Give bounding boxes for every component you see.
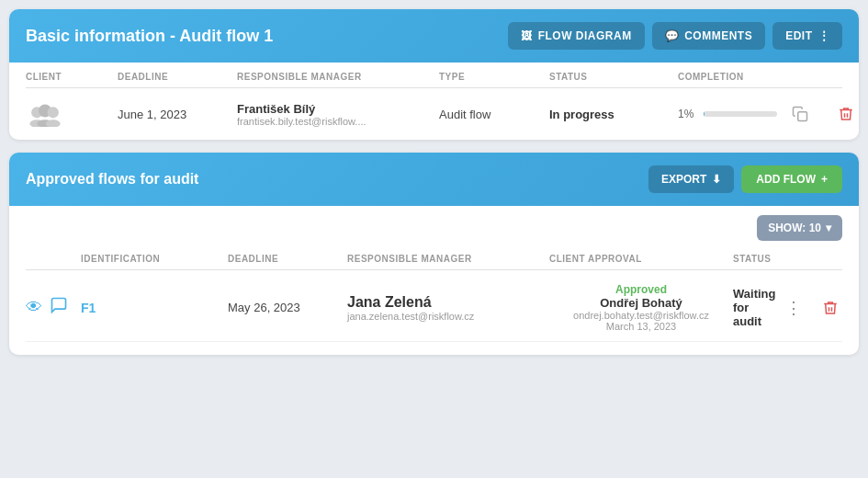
row-b-status: Waiting for audit [733,287,775,328]
table-row: June 1, 2023 František Bílý frantisek.bi… [26,88,842,140]
chat-icon[interactable] [50,296,68,319]
comments-icon: 💬 [665,29,680,42]
row-b-manager: Jana Zelená jana.zelena.test@riskflow.cz [347,294,549,322]
col-client: CLIENT [26,72,118,82]
approval-date: March 13, 2023 [549,321,733,332]
top-card-header: Basic information - Audit flow 1 🖼 FLOW … [9,9,859,63]
row-b-manager-name: Jana Zelená [347,294,549,311]
row-b-deadline: May 26, 2023 [228,301,347,314]
more-options-button[interactable]: ⋮ [775,298,812,318]
add-flow-button[interactable]: ADD FLOW + [741,165,842,193]
copy-button[interactable] [777,102,823,126]
col-b-resp-manager: RESPONSIBLE MANAGER [347,254,549,264]
completion-pct: 1% [678,108,698,120]
col-b-status: STATUS [733,254,772,264]
edit-button[interactable]: EDIT ⋮ [772,22,842,50]
chevron-down-icon: ▾ [826,222,831,234]
col-b-deadline: DEADLINE [228,254,347,264]
delete-button[interactable] [823,102,859,126]
comments-button[interactable]: 💬 COMMENTS [652,22,766,50]
eye-icon[interactable]: 👁 [26,298,42,317]
row-manager: František Bílý frantisek.bily.test@riskf… [237,102,439,127]
top-card: Basic information - Audit flow 1 🖼 FLOW … [9,9,859,140]
approval-person: Ondřej Bohatý [549,296,733,310]
bottom-card-title: Approved flows for audit [26,171,198,188]
top-table: CLIENT DEADLINE RESPONSIBLE MANAGER TYPE… [9,63,859,140]
edit-label: EDIT [785,29,812,42]
edit-more-icon: ⋮ [818,29,830,42]
row-trash-icon [822,300,839,316]
manager-name: František Bílý [237,102,439,116]
show-label: SHOW: 10 [768,222,821,234]
bottom-card: Approved flows for audit EXPORT ⬇ ADD FL… [9,153,859,355]
completion-area: 1% [678,108,777,120]
row-id[interactable]: F1 [81,301,228,315]
flow-diagram-icon: 🖼 [521,29,533,42]
client-avatar-cell [26,101,118,127]
manager-email: frantisek.bily.test@riskflow.... [237,116,439,127]
top-card-actions: 🖼 FLOW DIAGRAM 💬 COMMENTS EDIT ⋮ [508,22,842,50]
show-row: SHOW: 10 ▾ [26,206,842,246]
col-client-approval: CLIENT APPROVAL [549,254,733,264]
comments-label: COMMENTS [684,29,752,42]
row-deadline: June 1, 2023 [118,108,237,121]
client-group-icon [26,101,64,127]
progress-fill [704,111,705,117]
export-icon: ⬇ [712,173,721,186]
chat-bubble-icon [50,296,68,314]
table-row: 👁 F1 May 26, 2023 Jana Zelená jana.zelen… [26,270,842,342]
flow-diagram-button[interactable]: 🖼 FLOW DIAGRAM [508,22,644,50]
show-button[interactable]: SHOW: 10 ▾ [757,215,842,241]
add-flow-label: ADD FLOW [756,173,816,186]
bottom-content: SHOW: 10 ▾ IDENTIFICATION DEADLINE RESPO… [9,206,859,355]
svg-rect-6 [798,112,807,121]
add-flow-plus-icon: + [821,173,828,186]
row-status: In progress [549,108,678,121]
row-type: Audit flow [439,108,549,121]
export-label: EXPORT [661,173,706,186]
top-table-header: CLIENT DEADLINE RESPONSIBLE MANAGER TYPE… [26,63,842,88]
col-status: STATUS [549,72,678,82]
col-deadline: DEADLINE [118,72,237,82]
row-b-manager-email: jana.zelena.test@riskflow.cz [347,311,549,322]
top-card-title: Basic information - Audit flow 1 [26,27,273,46]
row-delete-button[interactable] [812,296,849,320]
progress-bar [704,111,777,117]
col-identification: IDENTIFICATION [81,254,228,264]
row-action-icons: 👁 [26,296,81,319]
export-button[interactable]: EXPORT ⬇ [648,165,734,193]
col-completion: COMPLETION [678,72,750,82]
flow-diagram-label: FLOW DIAGRAM [538,29,632,42]
copy-icon [792,106,808,122]
bottom-card-header: Approved flows for audit EXPORT ⬇ ADD FL… [9,153,859,206]
svg-point-2 [48,107,59,118]
col-resp-manager: RESPONSIBLE MANAGER [237,72,439,82]
col-type: TYPE [439,72,549,82]
trash-icon [838,106,854,122]
bottom-table-header: IDENTIFICATION DEADLINE RESPONSIBLE MANA… [26,246,842,270]
approved-label: Approved [549,283,733,296]
bottom-card-actions: EXPORT ⬇ ADD FLOW + [648,165,842,193]
approval-email: ondrej.bohaty.test@riskflow.cz [549,310,733,321]
client-approval-cell: Approved Ondřej Bohatý ondrej.bohaty.tes… [549,283,733,332]
